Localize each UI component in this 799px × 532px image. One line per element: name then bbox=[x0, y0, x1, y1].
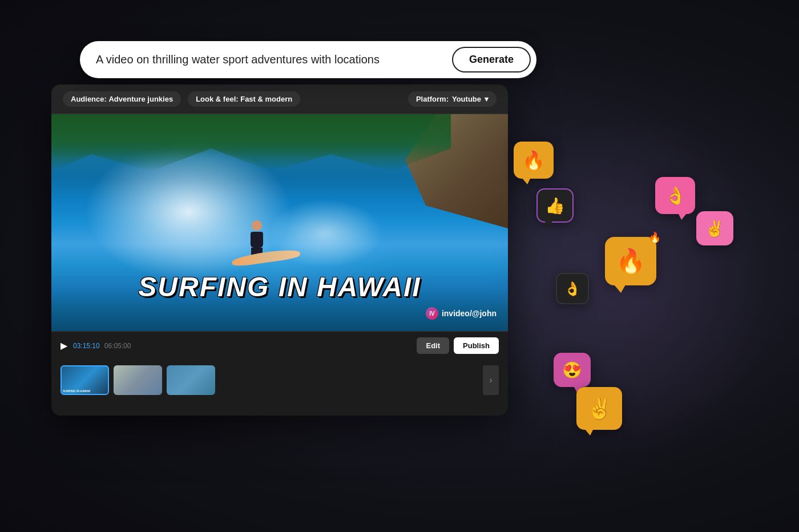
reaction-ok-dark-bubble: 👌 bbox=[556, 273, 589, 304]
thumbnail-3[interactable] bbox=[167, 365, 215, 395]
reaction-fire-large-bubble: 🔥 🔥 bbox=[605, 237, 656, 285]
thumbnail-2[interactable] bbox=[114, 365, 162, 395]
toolbar: Audience: Adventure junkies Look & feel:… bbox=[51, 84, 508, 114]
audience-pill[interactable]: Audience: Adventure junkies bbox=[63, 91, 181, 107]
platform-value: Youtube bbox=[452, 95, 481, 103]
platform-pill[interactable]: Platform: Youtube ▾ bbox=[408, 91, 497, 107]
search-input[interactable] bbox=[96, 53, 452, 66]
reaction-ok-pink-bubble: 👌 bbox=[655, 177, 695, 214]
video-area: SURFING IN HAWAII IV invideo/@john bbox=[51, 114, 508, 331]
surfer-body bbox=[249, 220, 265, 255]
platform-label: Platform: bbox=[416, 95, 449, 103]
thumbnails-strip: › bbox=[51, 360, 508, 401]
reaction-smile-bubble: 😍 bbox=[554, 353, 591, 387]
reaction-peace-pink-bubble: ✌️ bbox=[696, 211, 733, 245]
audience-label: Audience: bbox=[71, 95, 107, 103]
surfer-torso bbox=[251, 232, 263, 248]
surfer-figure bbox=[243, 194, 289, 263]
thumbnails-next-button[interactable]: › bbox=[483, 365, 499, 395]
controls-bar: ▶ 03:15:10 06:05:00 Edit Publish bbox=[51, 331, 508, 360]
total-time: 06:05:00 bbox=[104, 342, 131, 350]
play-button[interactable]: ▶ bbox=[60, 340, 67, 351]
reaction-thumbsup-bubble: 👍 bbox=[536, 188, 574, 223]
current-time: 03:15:10 bbox=[73, 342, 100, 350]
look-feel-label: Look & feel: bbox=[196, 95, 238, 103]
thumbnail-1[interactable] bbox=[60, 365, 109, 395]
watermark-logo-icon: IV bbox=[426, 307, 438, 320]
audience-value: Adventure junkies bbox=[108, 95, 173, 103]
look-feel-value: Fast & modern bbox=[240, 95, 292, 103]
reaction-fire-bubble-1: 🔥 bbox=[514, 142, 554, 179]
surfer-head bbox=[252, 220, 262, 231]
watermark-text: invideo/@john bbox=[442, 309, 497, 318]
publish-button[interactable]: Publish bbox=[454, 337, 499, 354]
video-title-text: SURFING IN HAWAII bbox=[51, 271, 508, 303]
edit-button[interactable]: Edit bbox=[417, 337, 449, 354]
generate-button[interactable]: Generate bbox=[452, 47, 531, 72]
chevron-down-icon: ▾ bbox=[485, 95, 489, 103]
search-bar-container: Generate bbox=[80, 41, 536, 78]
look-feel-pill[interactable]: Look & feel: Fast & modern bbox=[188, 91, 300, 107]
reaction-peace-gold-bubble: ✌️ bbox=[576, 387, 622, 430]
video-watermark: IV invideo/@john bbox=[426, 307, 497, 320]
fire-small-overlay-icon: 🔥 bbox=[648, 231, 661, 244]
video-title-overlay: SURFING IN HAWAII bbox=[51, 271, 508, 303]
app-window: Audience: Adventure junkies Look & feel:… bbox=[51, 84, 508, 416]
